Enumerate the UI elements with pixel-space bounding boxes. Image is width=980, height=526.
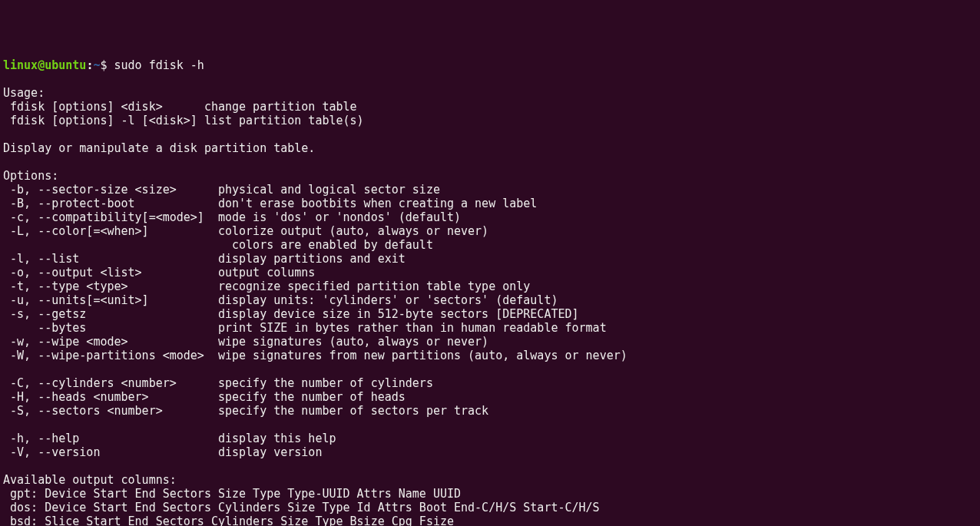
option-line: -C, --cylinders <number> specify the num…	[3, 376, 433, 390]
prompt-host: ubuntu	[45, 58, 86, 72]
option-line: -u, --units[=<unit>] display units: 'cyl…	[3, 293, 558, 307]
prompt-dollar: $	[100, 58, 114, 72]
terminal[interactable]: linux@ubuntu:~$ sudo fdisk -h Usage: fdi…	[3, 58, 977, 526]
option-line: -H, --heads <number> specify the number …	[3, 390, 406, 404]
command-text: sudo fdisk -h	[114, 58, 204, 72]
option-line: -h, --help display this help	[3, 432, 336, 445]
usage-header: Usage:	[3, 86, 45, 100]
option-line: -t, --type <type> recognize specified pa…	[3, 280, 530, 293]
option-line: -s, --getsz display device size in 512-b…	[3, 307, 579, 321]
options-header: Options:	[3, 169, 58, 183]
option-line: -W, --wipe-partitions <mode> wipe signat…	[3, 349, 627, 362]
option-line: -V, --version display version	[3, 445, 322, 459]
option-line: -S, --sectors <number> specify the numbe…	[3, 404, 488, 418]
prompt-user: linux	[3, 58, 38, 72]
columns-line: dos: Device Start End Sectors Cylinders …	[3, 501, 600, 514]
option-line: -w, --wipe <mode> wipe signatures (auto,…	[3, 335, 488, 349]
columns-line: bsd: Slice Start End Sectors Cylinders S…	[3, 514, 454, 526]
columns-header: Available output columns:	[3, 473, 177, 487]
prompt-at: @	[38, 58, 45, 72]
option-line: colors are enabled by default	[3, 238, 433, 252]
option-line: -l, --list display partitions and exit	[3, 252, 406, 266]
option-line: --bytes print SIZE in bytes rather than …	[3, 321, 607, 335]
option-line: -L, --color[=<when>] colorize output (au…	[3, 224, 488, 238]
option-line: -c, --compatibility[=<mode>] mode is 'do…	[3, 210, 461, 224]
usage-line: fdisk [options] <disk> change partition …	[3, 100, 357, 114]
prompt: linux@ubuntu:~$	[3, 58, 114, 72]
option-line: -o, --output <list> output columns	[3, 266, 315, 280]
option-line: -B, --protect-boot don't erase bootbits …	[3, 197, 537, 210]
columns-line: gpt: Device Start End Sectors Size Type …	[3, 487, 461, 501]
description: Display or manipulate a disk partition t…	[3, 141, 315, 155]
option-line: -b, --sector-size <size> physical and lo…	[3, 183, 440, 197]
usage-line: fdisk [options] -l [<disk>] list partiti…	[3, 114, 364, 127]
